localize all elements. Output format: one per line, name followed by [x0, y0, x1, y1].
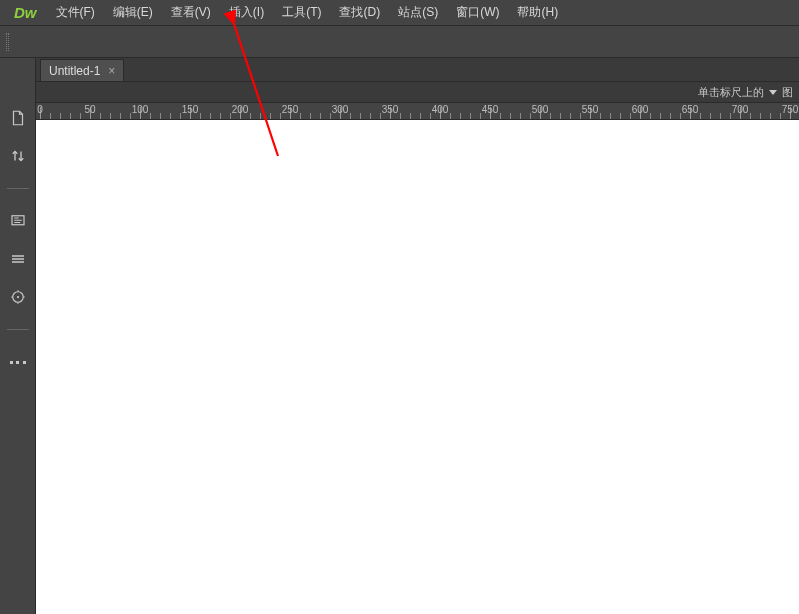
ruler-tick-minor — [620, 113, 621, 119]
file-icon[interactable] — [8, 108, 28, 128]
ruler-label: 0 — [37, 104, 43, 115]
document-area: Untitled-1 × 单击标尺上的 图 050100150200250300… — [36, 58, 799, 614]
ruler-tick-minor — [520, 113, 521, 119]
ruler-tick-minor — [160, 113, 161, 119]
work-area: Untitled-1 × 单击标尺上的 图 050100150200250300… — [0, 58, 799, 614]
rail-separator — [7, 188, 29, 189]
ruler-tick-minor — [660, 113, 661, 119]
ruler-tick-minor — [200, 113, 201, 119]
ruler-label: 350 — [382, 104, 399, 115]
document-tab-title: Untitled-1 — [49, 64, 100, 78]
ruler-tick-minor — [270, 113, 271, 119]
ruler-tick-minor — [80, 113, 81, 119]
toolbar-drag-handle[interactable] — [6, 33, 9, 51]
menu-window[interactable]: 窗口(W) — [447, 0, 508, 26]
ruler-label: 50 — [84, 104, 95, 115]
ruler-tick-minor — [600, 113, 601, 119]
ruler-label: 100 — [132, 104, 149, 115]
ruler-tick-minor — [510, 113, 511, 119]
toolbar-strip — [0, 26, 799, 58]
ruler-tick-minor — [610, 113, 611, 119]
ruler-tick-minor — [720, 113, 721, 119]
svg-point-2 — [16, 296, 18, 298]
ruler-tick-minor — [470, 113, 471, 119]
ruler-tick-minor — [420, 113, 421, 119]
menu-help[interactable]: 帮助(H) — [508, 0, 567, 26]
ruler-tick-minor — [770, 113, 771, 119]
ruler-tick-minor — [570, 113, 571, 119]
dropdown-triangle-icon — [768, 87, 778, 97]
ruler-label: 250 — [282, 104, 299, 115]
ruler-label: 550 — [582, 104, 599, 115]
ruler-tick-minor — [710, 113, 711, 119]
ruler-tick-minor — [350, 113, 351, 119]
left-tool-rail — [0, 58, 36, 614]
ruler-hint-bar: 单击标尺上的 图 — [36, 82, 799, 102]
split-view-icon[interactable] — [8, 249, 28, 269]
menu-file[interactable]: 文件(F) — [47, 0, 104, 26]
ruler-tick-minor — [410, 113, 411, 119]
ruler-tick-minor — [750, 113, 751, 119]
rail-separator — [7, 329, 29, 330]
more-icon[interactable] — [8, 352, 28, 372]
menu-tools[interactable]: 工具(T) — [273, 0, 330, 26]
ruler-label: 500 — [532, 104, 549, 115]
document-tab[interactable]: Untitled-1 × — [40, 59, 124, 81]
menubar: Dw 文件(F) 编辑(E) 查看(V) 插入(I) 工具(T) 查找(D) 站… — [0, 0, 799, 26]
ruler-tick-minor — [100, 113, 101, 119]
ruler-label: 600 — [632, 104, 649, 115]
ruler-tick-minor — [400, 113, 401, 119]
ruler-tick-minor — [300, 113, 301, 119]
ruler-label: 300 — [332, 104, 349, 115]
menu-edit[interactable]: 编辑(E) — [104, 0, 162, 26]
ruler-tick-minor — [120, 113, 121, 119]
ruler-tick-minor — [210, 113, 211, 119]
menu-site[interactable]: 站点(S) — [389, 0, 447, 26]
menu-insert[interactable]: 插入(I) — [220, 0, 273, 26]
ruler-tick-minor — [70, 113, 71, 119]
ruler-tick-minor — [320, 113, 321, 119]
ruler-tick-minor — [370, 113, 371, 119]
ruler-tick-minor — [360, 113, 361, 119]
hint-truncated-text: 图 — [782, 85, 793, 100]
ruler-label: 700 — [732, 104, 749, 115]
ruler-tick-minor — [450, 113, 451, 119]
ruler-tick-minor — [110, 113, 111, 119]
ruler-tick-minor — [700, 113, 701, 119]
ruler-tick-minor — [150, 113, 151, 119]
menu-view[interactable]: 查看(V) — [162, 0, 220, 26]
file-management-icon[interactable] — [8, 146, 28, 166]
ruler-hint-text: 单击标尺上的 — [698, 85, 764, 100]
app-logo: Dw — [4, 4, 47, 21]
ruler-tick-minor — [560, 113, 561, 119]
ruler-tick-minor — [670, 113, 671, 119]
ruler-tick-minor — [50, 113, 51, 119]
ruler-label: 750 — [782, 104, 799, 115]
ruler-tick-minor — [460, 113, 461, 119]
inspect-icon[interactable] — [8, 287, 28, 307]
ruler-label: 650 — [682, 104, 699, 115]
ruler-tick-minor — [60, 113, 61, 119]
ruler-tick-minor — [310, 113, 311, 119]
ruler-tick-minor — [650, 113, 651, 119]
canvas-wrap — [36, 120, 799, 614]
design-canvas[interactable] — [36, 120, 799, 614]
ruler-tick-minor — [250, 113, 251, 119]
ruler-label: 150 — [182, 104, 199, 115]
live-view-icon[interactable] — [8, 211, 28, 231]
close-icon[interactable]: × — [108, 64, 115, 78]
menu-find[interactable]: 查找(D) — [330, 0, 389, 26]
ruler-label: 450 — [482, 104, 499, 115]
ruler-tick-minor — [170, 113, 171, 119]
ruler-label: 400 — [432, 104, 449, 115]
ruler-tick-minor — [760, 113, 761, 119]
document-tabbar: Untitled-1 × — [36, 58, 799, 82]
ruler-tick-minor — [500, 113, 501, 119]
ruler-label: 200 — [232, 104, 249, 115]
horizontal-ruler[interactable]: 0501001502002503003504004505005506006507… — [36, 102, 799, 120]
ruler-tick-minor — [260, 113, 261, 119]
ruler-tick-minor — [220, 113, 221, 119]
ruler-tick-minor — [550, 113, 551, 119]
